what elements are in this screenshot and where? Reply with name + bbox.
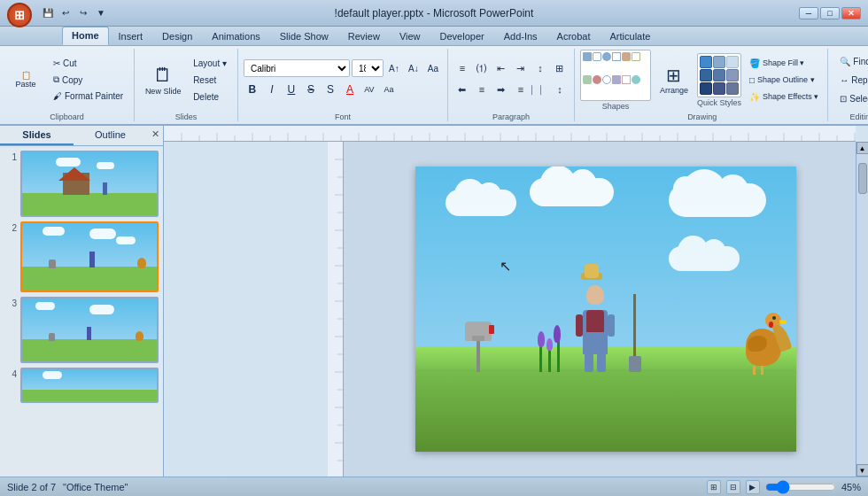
increase-font-button[interactable]: A↑ [385,59,403,77]
office-button[interactable]: ⊞ [7,3,32,27]
shape-outline-button[interactable]: □ Shape Outline ▾ [744,73,824,88]
qs-item[interactable] [726,82,739,95]
shape-item[interactable] [583,52,592,61]
slide-image-4[interactable] [20,368,159,403]
shape-item[interactable] [622,52,631,61]
shape-item[interactable] [612,75,621,84]
minimize-button[interactable]: ─ [799,7,818,19]
select-button[interactable]: ⊡ Select ▾ [833,90,868,107]
slide-thumb-3[interactable]: 3 [4,297,159,363]
tab-addins[interactable]: Add-Ins [494,27,547,45]
tab-animations[interactable]: Animations [202,27,269,45]
shape-item[interactable] [602,52,611,61]
columns-button[interactable]: ⎸⎸ [531,81,549,98]
italic-button[interactable]: I [263,81,281,98]
cut-button[interactable]: ✂ Cut [48,56,128,71]
align-right-button[interactable]: ➡ [492,81,510,98]
shadow-button[interactable]: S [322,81,339,98]
slide-canvas[interactable]: ↖ [415,167,796,452]
font-name-select[interactable]: Calibri [244,59,350,77]
close-button[interactable]: ✕ [841,7,861,19]
paste-button[interactable]: 📋 Paste [5,53,46,106]
zoom-slider[interactable] [765,481,836,493]
tab-articulate[interactable]: Articulate [601,27,661,45]
qs-item[interactable] [713,82,725,95]
scroll-up-arrow[interactable]: ▲ [856,142,869,154]
slide-image-3[interactable] [20,297,159,363]
shape-item[interactable] [583,75,592,84]
clear-format-button[interactable]: Aa [424,59,442,77]
convert-to-smartart-button[interactable]: ⊞ [551,59,569,77]
align-center-button[interactable]: ≡ [473,81,491,98]
shape-item[interactable] [632,75,640,84]
tab-slideshow[interactable]: Slide Show [270,27,338,45]
shape-item[interactable] [593,75,601,84]
slides-tab[interactable]: Slides [0,126,74,145]
find-button[interactable]: 🔍 Find [833,53,868,70]
numbered-list-button[interactable]: ⑴ [473,59,491,77]
text-direction-button[interactable]: ↕ [531,59,549,77]
new-slide-button[interactable]: 🗒 New Slide [140,53,186,106]
quick-access-dropdown[interactable]: ▼ [93,4,109,20]
qs-item[interactable] [713,69,725,81]
slide-thumb-1[interactable]: 1 [4,151,159,217]
close-panel-button[interactable]: ✕ [147,126,163,145]
shape-item[interactable] [593,52,601,61]
character-spacing-button[interactable]: AV [360,81,378,98]
scroll-thumb[interactable] [858,163,867,194]
slide-thumb-2[interactable]: 2 [4,221,159,292]
decrease-font-button[interactable]: A↓ [405,59,422,77]
tab-developer[interactable]: Developer [430,27,494,45]
shape-item[interactable] [622,75,631,84]
justify-button[interactable]: ≡ [512,81,530,98]
font-size-select[interactable]: 18 [352,59,384,77]
shape-effects-button[interactable]: ✨ Shape Effects ▾ [744,89,824,105]
view-normal-button[interactable]: ⊞ [707,480,721,494]
qs-item[interactable] [700,56,712,68]
strikethrough-button[interactable]: S [302,81,320,98]
shape-item[interactable] [632,52,640,61]
text-color-button[interactable]: A [341,81,359,98]
qs-item[interactable] [700,82,712,95]
redo-button[interactable]: ↪ [75,4,91,20]
qs-item[interactable] [713,56,725,68]
save-button[interactable]: 💾 [40,4,56,20]
line-spacing-button[interactable]: ↕ [551,81,569,98]
view-slide-sorter-button[interactable]: ⊟ [726,480,740,494]
underline-button[interactable]: U [283,81,300,98]
layout-button[interactable]: Layout ▾ [188,56,232,71]
align-left-button[interactable]: ⬅ [453,81,471,98]
arrange-button[interactable]: ⊞ Arrange [654,53,694,106]
tab-design[interactable]: Design [152,27,202,45]
qs-item[interactable] [700,69,712,81]
bullet-list-button[interactable]: ≡ [453,59,471,77]
shape-item[interactable] [612,52,621,61]
vertical-scrollbar[interactable]: ▲ ▼ [856,142,868,477]
shape-fill-button[interactable]: 🪣 Shape Fill ▾ [744,56,824,71]
slide-image-1[interactable] [20,151,159,217]
decrease-indent-button[interactable]: ⇤ [492,59,510,77]
tab-insert[interactable]: Insert [109,27,153,45]
tab-review[interactable]: Review [338,27,390,45]
bold-button[interactable]: B [244,81,261,98]
view-slideshow-button[interactable]: ▶ [746,480,760,494]
qs-item[interactable] [726,69,739,81]
shape-item[interactable] [602,75,611,84]
scroll-down-arrow[interactable]: ▼ [856,464,869,477]
change-case-button[interactable]: Aa [380,81,398,98]
delete-button[interactable]: Delete [188,89,232,105]
slide-image-2[interactable] [20,221,159,292]
copy-button[interactable]: ⧉ Copy [48,72,128,88]
undo-button[interactable]: ↩ [58,4,74,20]
format-painter-button[interactable]: 🖌 Format Painter [48,89,128,104]
replace-button[interactable]: ↔ Replace [833,72,868,89]
outline-tab[interactable]: Outline [74,126,147,145]
tab-view[interactable]: View [390,27,430,45]
tab-home[interactable]: Home [62,27,109,45]
maximize-button[interactable]: □ [820,7,840,19]
reset-button[interactable]: Reset [188,73,232,88]
tab-acrobat[interactable]: Acrobat [547,27,601,45]
increase-indent-button[interactable]: ⇥ [512,59,530,77]
qs-item[interactable] [726,56,739,68]
slide-thumb-4[interactable]: 4 [4,368,159,403]
